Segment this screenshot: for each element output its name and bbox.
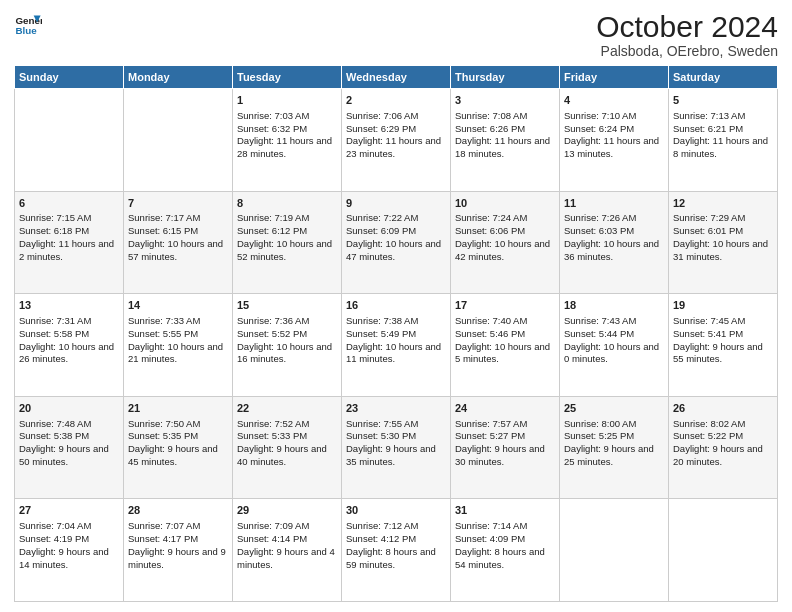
page-subtitle: Palsboda, OErebro, Sweden — [596, 43, 778, 59]
day-cell: 30Sunrise: 7:12 AMSunset: 4:12 PMDayligh… — [342, 499, 451, 602]
day-number: 10 — [455, 196, 555, 211]
sunrise-text: Sunrise: 7:45 AM — [673, 315, 773, 328]
calendar-header-row: SundayMondayTuesdayWednesdayThursdayFrid… — [15, 66, 778, 89]
sunset-text: Sunset: 6:15 PM — [128, 225, 228, 238]
sunset-text: Sunset: 5:58 PM — [19, 328, 119, 341]
day-cell: 6Sunrise: 7:15 AMSunset: 6:18 PMDaylight… — [15, 191, 124, 294]
sunset-text: Sunset: 5:35 PM — [128, 430, 228, 443]
day-number: 25 — [564, 401, 664, 416]
sunset-text: Sunset: 5:22 PM — [673, 430, 773, 443]
sunrise-text: Sunrise: 7:22 AM — [346, 212, 446, 225]
logo: General Blue — [14, 10, 42, 38]
day-number: 7 — [128, 196, 228, 211]
sunset-text: Sunset: 4:17 PM — [128, 533, 228, 546]
sunrise-text: Sunrise: 7:12 AM — [346, 520, 446, 533]
daylight-text: Daylight: 11 hours and 23 minutes. — [346, 135, 446, 161]
daylight-text: Daylight: 8 hours and 59 minutes. — [346, 546, 446, 572]
daylight-text: Daylight: 9 hours and 40 minutes. — [237, 443, 337, 469]
sunrise-text: Sunrise: 7:10 AM — [564, 110, 664, 123]
day-cell: 16Sunrise: 7:38 AMSunset: 5:49 PMDayligh… — [342, 294, 451, 397]
daylight-text: Daylight: 10 hours and 52 minutes. — [237, 238, 337, 264]
sunset-text: Sunset: 4:14 PM — [237, 533, 337, 546]
sunrise-text: Sunrise: 7:57 AM — [455, 418, 555, 431]
col-header-wednesday: Wednesday — [342, 66, 451, 89]
day-cell: 18Sunrise: 7:43 AMSunset: 5:44 PMDayligh… — [560, 294, 669, 397]
sunset-text: Sunset: 6:12 PM — [237, 225, 337, 238]
day-number: 28 — [128, 503, 228, 518]
day-number: 24 — [455, 401, 555, 416]
sunset-text: Sunset: 6:18 PM — [19, 225, 119, 238]
day-cell: 14Sunrise: 7:33 AMSunset: 5:55 PMDayligh… — [124, 294, 233, 397]
day-number: 6 — [19, 196, 119, 211]
day-cell: 20Sunrise: 7:48 AMSunset: 5:38 PMDayligh… — [15, 396, 124, 499]
daylight-text: Daylight: 10 hours and 31 minutes. — [673, 238, 773, 264]
day-cell: 28Sunrise: 7:07 AMSunset: 4:17 PMDayligh… — [124, 499, 233, 602]
day-number: 9 — [346, 196, 446, 211]
sunset-text: Sunset: 6:03 PM — [564, 225, 664, 238]
day-cell: 31Sunrise: 7:14 AMSunset: 4:09 PMDayligh… — [451, 499, 560, 602]
sunrise-text: Sunrise: 7:19 AM — [237, 212, 337, 225]
sunrise-text: Sunrise: 7:50 AM — [128, 418, 228, 431]
daylight-text: Daylight: 10 hours and 5 minutes. — [455, 341, 555, 367]
day-cell: 27Sunrise: 7:04 AMSunset: 4:19 PMDayligh… — [15, 499, 124, 602]
day-cell: 24Sunrise: 7:57 AMSunset: 5:27 PMDayligh… — [451, 396, 560, 499]
col-header-thursday: Thursday — [451, 66, 560, 89]
sunrise-text: Sunrise: 7:29 AM — [673, 212, 773, 225]
daylight-text: Daylight: 10 hours and 26 minutes. — [19, 341, 119, 367]
sunset-text: Sunset: 5:25 PM — [564, 430, 664, 443]
sunset-text: Sunset: 6:06 PM — [455, 225, 555, 238]
day-number: 26 — [673, 401, 773, 416]
day-number: 17 — [455, 298, 555, 313]
day-number: 30 — [346, 503, 446, 518]
sunrise-text: Sunrise: 7:03 AM — [237, 110, 337, 123]
day-cell: 17Sunrise: 7:40 AMSunset: 5:46 PMDayligh… — [451, 294, 560, 397]
sunset-text: Sunset: 5:33 PM — [237, 430, 337, 443]
day-cell: 26Sunrise: 8:02 AMSunset: 5:22 PMDayligh… — [669, 396, 778, 499]
day-number: 8 — [237, 196, 337, 211]
day-cell: 10Sunrise: 7:24 AMSunset: 6:06 PMDayligh… — [451, 191, 560, 294]
sunrise-text: Sunrise: 7:48 AM — [19, 418, 119, 431]
day-cell: 13Sunrise: 7:31 AMSunset: 5:58 PMDayligh… — [15, 294, 124, 397]
sunrise-text: Sunrise: 7:15 AM — [19, 212, 119, 225]
daylight-text: Daylight: 10 hours and 47 minutes. — [346, 238, 446, 264]
sunset-text: Sunset: 5:41 PM — [673, 328, 773, 341]
sunrise-text: Sunrise: 7:31 AM — [19, 315, 119, 328]
col-header-sunday: Sunday — [15, 66, 124, 89]
sunset-text: Sunset: 5:46 PM — [455, 328, 555, 341]
col-header-tuesday: Tuesday — [233, 66, 342, 89]
sunrise-text: Sunrise: 7:26 AM — [564, 212, 664, 225]
sunrise-text: Sunrise: 7:14 AM — [455, 520, 555, 533]
day-cell: 3Sunrise: 7:08 AMSunset: 6:26 PMDaylight… — [451, 89, 560, 192]
col-header-saturday: Saturday — [669, 66, 778, 89]
col-header-friday: Friday — [560, 66, 669, 89]
day-cell: 4Sunrise: 7:10 AMSunset: 6:24 PMDaylight… — [560, 89, 669, 192]
sunrise-text: Sunrise: 7:43 AM — [564, 315, 664, 328]
daylight-text: Daylight: 8 hours and 54 minutes. — [455, 546, 555, 572]
logo-icon: General Blue — [14, 10, 42, 38]
daylight-text: Daylight: 11 hours and 2 minutes. — [19, 238, 119, 264]
page-header: General Blue October 2024 Palsboda, OEre… — [14, 10, 778, 59]
day-cell: 22Sunrise: 7:52 AMSunset: 5:33 PMDayligh… — [233, 396, 342, 499]
daylight-text: Daylight: 11 hours and 8 minutes. — [673, 135, 773, 161]
daylight-text: Daylight: 9 hours and 25 minutes. — [564, 443, 664, 469]
day-number: 14 — [128, 298, 228, 313]
week-row-2: 6Sunrise: 7:15 AMSunset: 6:18 PMDaylight… — [15, 191, 778, 294]
day-cell: 7Sunrise: 7:17 AMSunset: 6:15 PMDaylight… — [124, 191, 233, 294]
daylight-text: Daylight: 9 hours and 20 minutes. — [673, 443, 773, 469]
sunset-text: Sunset: 5:38 PM — [19, 430, 119, 443]
sunset-text: Sunset: 6:24 PM — [564, 123, 664, 136]
day-cell — [124, 89, 233, 192]
day-number: 12 — [673, 196, 773, 211]
sunset-text: Sunset: 4:12 PM — [346, 533, 446, 546]
sunrise-text: Sunrise: 7:40 AM — [455, 315, 555, 328]
day-number: 18 — [564, 298, 664, 313]
day-cell: 15Sunrise: 7:36 AMSunset: 5:52 PMDayligh… — [233, 294, 342, 397]
sunset-text: Sunset: 5:27 PM — [455, 430, 555, 443]
day-cell: 29Sunrise: 7:09 AMSunset: 4:14 PMDayligh… — [233, 499, 342, 602]
page-title: October 2024 — [596, 10, 778, 43]
day-cell: 5Sunrise: 7:13 AMSunset: 6:21 PMDaylight… — [669, 89, 778, 192]
day-cell: 8Sunrise: 7:19 AMSunset: 6:12 PMDaylight… — [233, 191, 342, 294]
sunset-text: Sunset: 5:49 PM — [346, 328, 446, 341]
day-cell: 23Sunrise: 7:55 AMSunset: 5:30 PMDayligh… — [342, 396, 451, 499]
sunrise-text: Sunrise: 8:02 AM — [673, 418, 773, 431]
